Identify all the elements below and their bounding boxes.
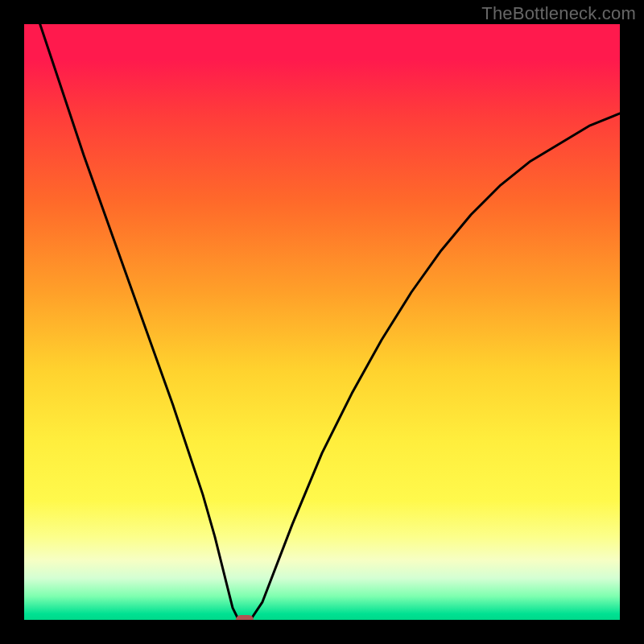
plot-area bbox=[24, 24, 620, 620]
curve-path bbox=[24, 24, 620, 620]
chart-frame: TheBottleneck.com bbox=[0, 0, 644, 644]
bottleneck-curve bbox=[24, 24, 620, 620]
optimal-marker bbox=[236, 615, 254, 620]
watermark-text: TheBottleneck.com bbox=[481, 3, 636, 24]
